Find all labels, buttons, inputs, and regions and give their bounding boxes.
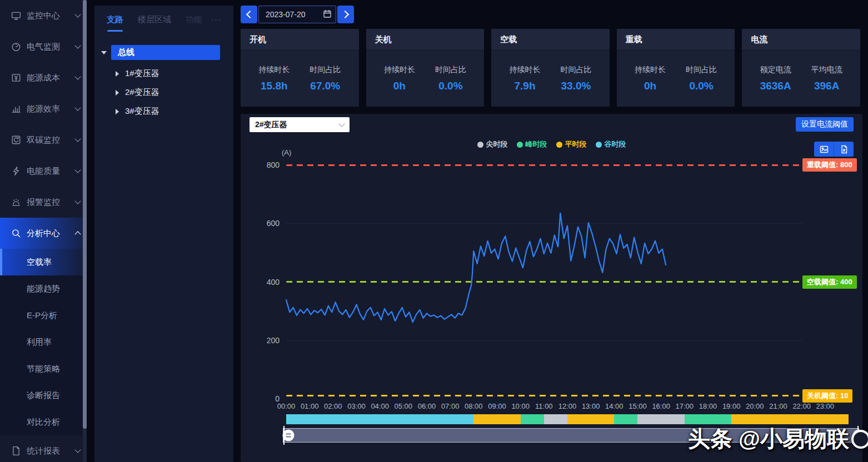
sidebar-item-electrical-monitoring[interactable]: 电气监测 [0, 31, 87, 62]
calendar-icon[interactable] [323, 9, 332, 18]
metric-label: 时间占比 [560, 65, 591, 75]
band-segment [685, 414, 731, 424]
more-tabs-button[interactable]: ··· [211, 14, 221, 24]
x-axis-tick: 18:00 [695, 402, 721, 410]
band-segment [637, 414, 684, 424]
caret-right-icon[interactable] [116, 109, 119, 114]
band-segment [614, 414, 637, 424]
sidebar-subitem-utilization-rate[interactable]: 利用率 [0, 329, 87, 355]
sidebar-subitem-no-load-rate[interactable]: 空载率 [0, 249, 87, 275]
metric-label: 平均电流 [811, 65, 842, 75]
y-axis-tick: 600 [255, 219, 280, 228]
sidebar-item-energy-efficiency[interactable]: 能源效率 [0, 93, 87, 124]
current-line-series [286, 165, 849, 399]
x-axis-tick: 09:00 [485, 402, 510, 410]
sidebar-item-label: 报警监控 [27, 197, 76, 208]
chart-toolbox [814, 142, 854, 157]
metric-value: 0.0% [435, 80, 466, 92]
sidebar-item-dual-carbon-monitoring[interactable]: 双碳监控 [0, 124, 87, 155]
watermark-text: 头条 @小易物联 [688, 424, 849, 454]
sidebar-item-monitoring-center[interactable]: 监控中心 [0, 0, 87, 31]
metric-label: 额定电流 [760, 65, 791, 75]
data-view-button[interactable] [834, 142, 854, 157]
chevron-left-icon [246, 11, 253, 18]
sidebar-item-label: 监控中心 [27, 11, 76, 21]
x-axis-tick: 07:00 [437, 402, 463, 410]
legend-item-peak-period[interactable]: 峰时段 [517, 139, 547, 149]
sidebar-item-analysis-center[interactable]: 分析中心 [0, 218, 87, 249]
sidebar-subitem-label: 能源趋势 [27, 284, 60, 294]
chevron-up-icon [74, 231, 81, 237]
sidebar-item-power-quality[interactable]: 电能质量 [0, 155, 87, 187]
chevron-down-icon [74, 42, 81, 48]
sidebar-subitem-label: 对比分析 [27, 417, 60, 428]
set-current-threshold-button[interactable]: 设置电流阈值 [796, 117, 854, 132]
x-axis-tick: 13:00 [578, 402, 603, 410]
x-axis-tick: 20:00 [742, 402, 767, 410]
chevron-down-icon [74, 135, 81, 142]
stat-card-title: 空载 [491, 29, 610, 51]
sidebar-subitem-energy-trend[interactable]: 能源趋势 [0, 275, 87, 302]
sidebar-subitem-energy-saving-strategy[interactable]: 节能策略 [0, 355, 87, 382]
stat-metric: 持续时长7.9h [509, 65, 540, 92]
stat-card-heavy-load: 重载持续时长0h时间占比0.0% [617, 29, 735, 107]
tree-node-bus[interactable]: 总线 [94, 45, 233, 60]
legend-label: 尖时段 [486, 139, 508, 149]
tree-node-transformer-1[interactable]: 1#变压器 [116, 68, 233, 79]
sidebar-item-alarm-monitoring[interactable]: 报警监控 [0, 187, 87, 218]
tree-node-transformer-2[interactable]: 2#变压器 [116, 87, 233, 98]
metric-label: 时间占比 [435, 65, 466, 75]
legend-label: 谷时段 [605, 139, 626, 149]
tab-branch[interactable]: 支路 [107, 14, 123, 32]
date-picker [241, 6, 354, 23]
sidebar-subitem-label: 空载率 [27, 257, 52, 268]
chevron-down-icon [74, 104, 81, 111]
sidebar-scrollbar-thumb[interactable] [83, 0, 87, 429]
gauge-icon [11, 42, 21, 52]
datazoom-left-handle[interactable] [283, 430, 295, 441]
sidebar-item-label: 能源效率 [27, 104, 76, 114]
stat-metric: 额定电流3636A [760, 65, 791, 92]
next-day-button[interactable] [337, 6, 354, 23]
legend-item-sharp-period[interactable]: 尖时段 [477, 139, 508, 149]
tree-node-transformer-3[interactable]: 3#变压器 [116, 106, 233, 117]
tab-floor-area[interactable]: 楼层区域 [138, 14, 171, 25]
metric-value: 67.0% [310, 80, 341, 92]
chevron-down-icon [74, 11, 81, 17]
save-image-button[interactable] [814, 142, 834, 157]
x-axis-tick: 14:00 [601, 402, 627, 410]
legend-dot [477, 142, 483, 148]
x-axis-tick: 05:00 [391, 402, 416, 410]
transformer-select[interactable]: 2#变压器 [250, 117, 350, 132]
tree-node-label: 3#变压器 [125, 106, 159, 117]
legend-item-flat-period[interactable]: 平时段 [556, 139, 587, 149]
legend-dot [596, 142, 602, 148]
legend-label: 平时段 [565, 139, 587, 149]
sidebar-subitem-comparison-analysis[interactable]: 对比分析 [0, 409, 87, 435]
tree-root-label[interactable]: 总线 [111, 45, 220, 60]
caret-right-icon[interactable] [116, 71, 119, 77]
main-content: 开机持续时长15.8h时间占比67.0%关机持续时长0h时间占比0.0%空载持续… [240, 0, 862, 462]
sidebar-item-statistical-reports[interactable]: 统计报表 [0, 435, 87, 462]
caret-down-icon[interactable] [101, 51, 107, 54]
y-axis-unit: (A) [282, 148, 291, 157]
metric-label: 持续时长 [384, 65, 415, 75]
sidebar-subitem-ep-analysis[interactable]: E-P分析 [0, 302, 87, 329]
sidebar-subitem-label: 诊断报告 [27, 390, 60, 401]
stat-metric: 持续时长0h [384, 65, 415, 92]
chart-legend: 尖时段峰时段平时段谷时段 [241, 139, 862, 149]
metric-label: 持续时长 [635, 65, 666, 75]
tab-function[interactable]: 功能 [186, 14, 202, 25]
x-axis-tick: 04:00 [367, 402, 393, 410]
sidebar-item-energy-cost[interactable]: 能源成本 [0, 62, 87, 93]
metric-value: 15.8h [258, 80, 290, 92]
x-axis-tick: 03:00 [344, 402, 370, 410]
sidebar-item-label: 能源成本 [27, 73, 76, 83]
prev-day-button[interactable] [241, 6, 257, 23]
legend-item-valley-period[interactable]: 谷时段 [596, 139, 626, 149]
chevron-down-icon [74, 73, 81, 79]
stat-card-no-load: 空载持续时长7.9h时间占比33.0% [491, 29, 610, 107]
sidebar-subitem-diagnosis-report[interactable]: 诊断报告 [0, 382, 87, 409]
caret-right-icon[interactable] [116, 90, 119, 96]
stat-metric: 时间占比33.0% [560, 65, 591, 92]
